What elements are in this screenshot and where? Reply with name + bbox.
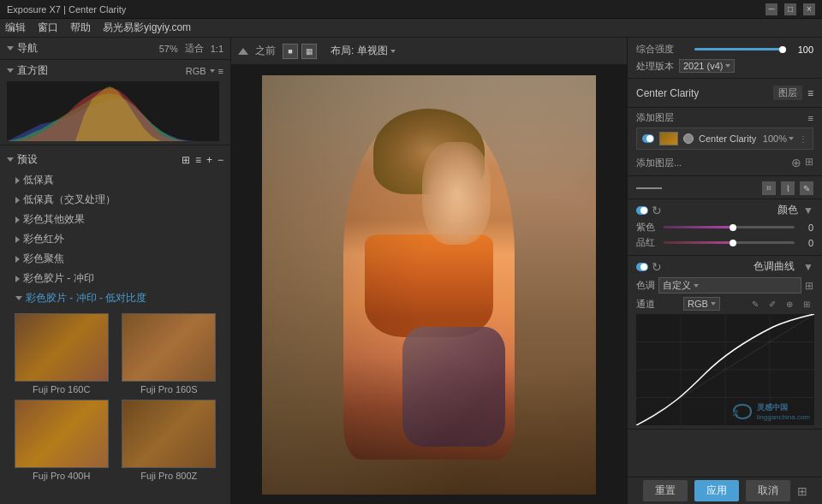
section-menu[interactable]: ≡ [807,87,813,99]
nav-ratio[interactable]: 1:1 [211,44,223,54]
version-label: 处理版本 [636,60,674,73]
presets-grid-icon[interactable]: ⊞ [182,154,190,166]
strength-slider[interactable] [694,48,786,50]
preset-item-6[interactable]: 彩色胶片 - 冲印 [0,269,230,288]
nav-controls: 57% 适合 1:1 [159,42,223,55]
presets-minus-icon[interactable]: − [217,154,223,166]
right-panel: 综合强度 100 处理版本 2021 (v4) Center Clarity [627,38,822,504]
presets-add-icon[interactable]: + [206,154,212,166]
presets-header-right: ⊞ ≡ + − [182,154,223,166]
tone-curve-header: ↻ 色调曲线 ▼ [636,259,813,274]
film-thumb-label-1: Fuji Pro 160C [33,384,90,394]
version-select[interactable]: 2021 (v4) [679,59,735,73]
crop-row: ⌗ ⌇ ✎ [636,180,813,197]
apply-button[interactable]: 应用 [694,480,739,501]
layer-toggle[interactable] [642,134,654,143]
tone-preset-row: 色调 自定义 ⊞ [636,277,813,294]
view-icon-2[interactable]: ▦ [301,44,317,59]
presets-list-icon[interactable]: ≡ [195,154,201,166]
preset-item-4[interactable]: 彩色红外 [0,229,230,249]
layer-tag[interactable]: 图层 [773,86,802,100]
magenta-thumb [730,240,736,246]
action-bar: 重置 应用 取消 ⊞ [628,477,822,504]
channel-chevron [711,302,716,305]
film-thumb-3[interactable]: Fuji Pro 400H [10,400,113,481]
before-label: 之前 [255,44,276,58]
add-layer-btn[interactable]: 添加图层... [636,157,682,169]
film-thumb-img-2 [122,313,216,382]
preset-chevron [15,197,20,204]
histogram-mode: RGB [186,66,206,76]
curve-tool-4[interactable]: ⊞ [800,297,813,311]
view-icon-1[interactable]: ■ [283,44,298,59]
right-panel-spacer [628,430,822,477]
edit-tool-1[interactable]: ⌇ [781,181,795,195]
presets-header-left: 预设 [7,152,38,167]
edit-tool-2[interactable]: ✎ [800,181,813,195]
cancel-button[interactable]: 取消 [746,480,790,501]
portrait-image [262,75,596,495]
film-thumb-4[interactable]: Fuji Pro 800Z [118,400,221,481]
reset-button[interactable]: 重置 [643,480,688,501]
purple-slider[interactable] [664,226,795,228]
crop-tool[interactable]: ⌗ [762,181,776,195]
histogram-menu[interactable]: ≡ [218,66,223,76]
refresh-icon[interactable]: ↻ [652,204,662,217]
film-thumb-2[interactable]: Fuji Pro 160S [118,313,221,394]
tone-curve-toggle[interactable] [636,263,648,271]
nav-fit[interactable]: 适合 [185,42,204,55]
menu-window[interactable]: 窗口 [38,21,58,35]
film-group-header[interactable]: 彩色胶片 - 冲印 - 低对比度 [0,288,230,308]
purple-label: 紫色 [636,221,658,234]
histogram-rgb: RGB ≡ [186,66,223,76]
layout-label[interactable]: 布局: 单视图 [331,44,396,58]
color-section: ↻ 颜色 ▼ 紫色 0 品红 0 [628,199,822,256]
preset-select[interactable]: 自定义 [658,277,801,294]
view-arrow-up [238,48,248,55]
presets-header[interactable]: 预设 ⊞ ≡ + − [0,149,230,170]
channel-select[interactable]: RGB [683,297,720,311]
add-layer-settings[interactable]: ⊞ [805,156,813,169]
crop-section: ⌗ ⌇ ✎ [628,176,822,199]
menu-edit[interactable]: 编辑 [5,21,26,35]
preset-item-5[interactable]: 彩色聚焦 [0,249,230,269]
strength-thumb [779,46,786,53]
color-toggle: ↻ [636,204,662,217]
preset-item-2[interactable]: 低保真（交叉处理） [0,190,230,210]
purple-thumb [730,224,736,231]
curve-tool-1[interactable]: ✎ [748,297,762,311]
preset-item-3[interactable]: 彩色其他效果 [0,210,230,229]
preset-item-1[interactable]: 低保真 [0,170,230,190]
curve-tool-3[interactable]: ⊕ [783,297,796,311]
preset-menu[interactable]: ⊞ [805,280,813,292]
center-panel: 之前 ■ ▦ 布局: 单视图 [231,38,627,504]
add-layer-icon[interactable]: ⊕ [791,156,801,169]
magenta-fill [664,241,730,244]
menu-help[interactable]: 帮助 [70,21,91,35]
color-title: 颜色 [662,203,798,217]
action-grid[interactable]: ⊞ [797,484,807,498]
nav-section: 导航 57% 适合 1:1 [0,38,230,60]
close-button[interactable]: × [803,3,815,15]
film-thumb-img-3 [15,400,109,468]
layer-header-menu[interactable]: ≡ [808,113,813,123]
magenta-slider[interactable] [664,241,795,244]
minimize-button[interactable]: ─ [765,3,777,15]
film-thumb-1[interactable]: Fuji Pro 160C [10,313,113,394]
color-toggle-switch[interactable] [636,206,648,215]
presets-section: 预设 ⊞ ≡ + − 低保真 低保真（交叉处理） 彩色其他效果 [0,145,230,504]
maximize-button[interactable]: □ [784,3,796,15]
add-layer-tools: ⊕ ⊞ [791,156,813,169]
menu-yigyiy[interactable]: 易光易影yigyiy.com [103,21,191,35]
refresh-icon-2[interactable]: ↻ [652,260,662,274]
preset-label: 彩色胶片 - 冲印 [23,271,94,286]
color-menu[interactable]: ▼ [803,205,813,216]
layout-chevron [390,50,396,53]
menu-bar: 编辑 窗口 帮助 易光易影yigyiy.com [0,19,822,38]
tone-label: 色调 [636,279,655,292]
layer-opacity: 100% [763,133,794,144]
curve-tool-2[interactable]: ✐ [765,297,779,311]
preset-chevron [15,177,20,184]
tone-curve-menu[interactable]: ▼ [803,261,813,273]
layer-more[interactable]: ⋮ [799,134,807,144]
